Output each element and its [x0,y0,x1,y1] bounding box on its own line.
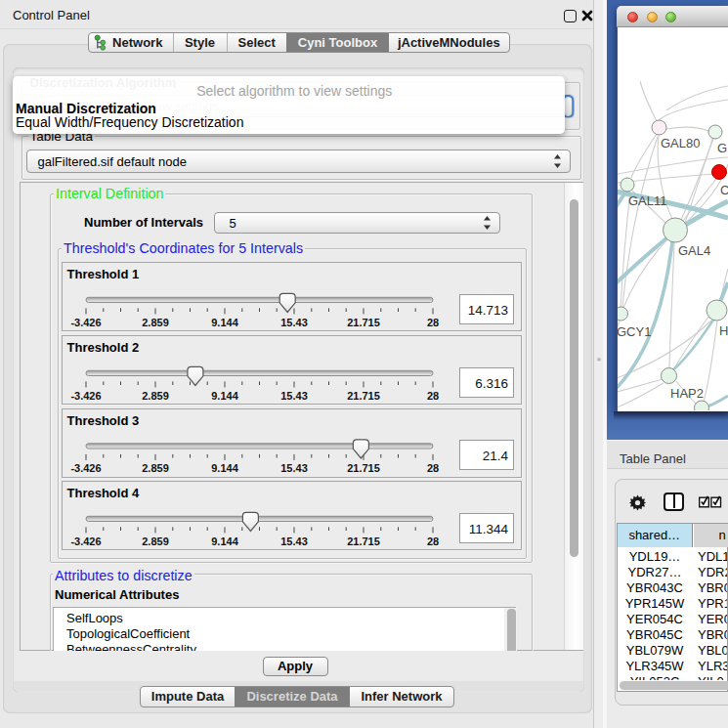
svg-text:C: C [720,183,728,197]
svg-text:HAP2: HAP2 [670,386,704,401]
svg-text:H: H [719,323,728,338]
svg-text:G.: G. [717,141,728,155]
svg-text:GAL11: GAL11 [628,193,667,208]
svg-text:GCY1: GCY1 [618,324,651,339]
svg-text:GAL80: GAL80 [661,136,700,150]
svg-text:GAL4: GAL4 [678,243,710,258]
